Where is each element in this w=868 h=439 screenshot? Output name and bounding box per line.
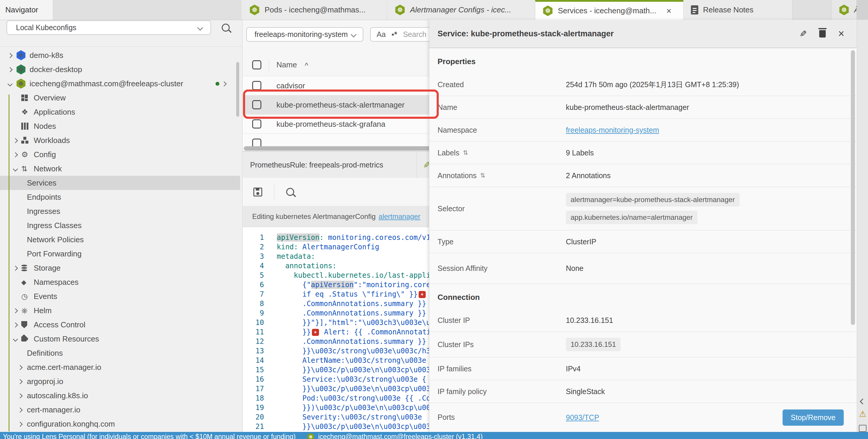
sidebar-item-network[interactable]: ⇅Network bbox=[0, 162, 240, 176]
delete-service-icon[interactable] bbox=[819, 30, 826, 37]
drawer-row-ip-family-policy: IP family policySingleStack bbox=[429, 380, 857, 403]
sidebar-item-namespaces[interactable]: ◆Namespaces bbox=[0, 275, 240, 289]
drawer-row-cluster-ips: Cluster IPs10.233.16.151 bbox=[429, 332, 857, 358]
name-column-header[interactable]: Name^ bbox=[276, 60, 308, 69]
sort-ascending-icon[interactable]: ^ bbox=[305, 62, 308, 69]
sidebar-item-custom-resources[interactable]: Custom Resources bbox=[0, 332, 240, 346]
chevron-down-icon[interactable] bbox=[8, 81, 13, 87]
code-text: }}"}],"html":"\u003ch3\u003e\u bbox=[277, 318, 430, 327]
chevron-down-icon[interactable] bbox=[13, 337, 18, 342]
code-text: if eq .Status \"firing\" }}✶ bbox=[277, 290, 427, 299]
chevron-right-icon[interactable] bbox=[18, 394, 23, 399]
chevron-right-icon[interactable] bbox=[18, 365, 23, 370]
sidebar-item-argoproj-io[interactable]: argoproj.io bbox=[0, 374, 240, 389]
save-icon[interactable] bbox=[253, 188, 262, 197]
sidebar-item-icecheng-mathmast-com-freeleaps-cluster[interactable]: ☸icecheng@mathmast.com@freeleaps-cluster bbox=[0, 76, 240, 91]
kubeconfig-selector[interactable]: Local Kubeconfigs bbox=[6, 21, 211, 35]
editing-info-link[interactable]: alertmanager bbox=[379, 212, 421, 221]
chevron-right-icon[interactable] bbox=[18, 379, 23, 384]
sidebar-item-acme-cert-manager-io[interactable]: acme.cert-manager.io bbox=[0, 360, 240, 374]
sidebar-item-storage[interactable]: Storage bbox=[0, 261, 240, 275]
chevron-right-icon[interactable] bbox=[8, 53, 13, 58]
drawer-row-name: Namekube-prometheus-stack-alertmanager bbox=[429, 96, 857, 119]
sidebar-item-applications[interactable]: ❖Applications bbox=[0, 105, 240, 119]
chevron-right-icon[interactable] bbox=[13, 153, 18, 158]
drawer-scrollbar[interactable] bbox=[851, 50, 855, 325]
chevron-right-icon[interactable] bbox=[13, 266, 18, 271]
chevron-right-icon[interactable] bbox=[13, 308, 18, 313]
sidebar-item-cert-manager-io[interactable]: cert-manager.io bbox=[0, 403, 240, 417]
sidebar-item-definitions[interactable]: Definitions bbox=[0, 346, 240, 360]
close-drawer-icon[interactable]: × bbox=[838, 28, 844, 39]
sidebar-item-ingress-classes[interactable]: Ingress Classes bbox=[0, 218, 240, 233]
editor-search-icon[interactable] bbox=[286, 188, 294, 196]
line-number: 15 bbox=[243, 365, 264, 375]
panel-box-icon[interactable] bbox=[859, 425, 867, 432]
tab-pods-icecheng-mathmas-[interactable]: ☸Pods - icecheng@mathmas... bbox=[242, 0, 387, 20]
regex-icon[interactable]: ▪* bbox=[392, 30, 397, 39]
sidebar-item-services[interactable]: Services bbox=[0, 176, 240, 190]
sidebar-item-autoscaling-k8s-io[interactable]: autoscaling.k8s.io bbox=[0, 389, 240, 403]
line-number: 20 bbox=[243, 412, 264, 422]
sidebar-item-docker-desktop[interactable]: ☸docker-desktop bbox=[0, 62, 240, 76]
kubernetes-icon: ☸ bbox=[395, 5, 405, 15]
stop-remove-button[interactable]: Stop/Remove bbox=[782, 409, 844, 426]
tab-services-icecheng-math-[interactable]: ☸Services - icecheng@math...× bbox=[535, 0, 684, 20]
config-gear-icon: ⚙ bbox=[21, 150, 28, 159]
sidebar-item-config[interactable]: ⚙Config bbox=[0, 147, 240, 162]
chevron-right-icon[interactable] bbox=[222, 81, 227, 87]
edit-service-icon[interactable]: ✎ bbox=[799, 29, 807, 39]
sidebar-item-port-forwarding[interactable]: Port Forwarding bbox=[0, 247, 240, 261]
row-checkbox[interactable] bbox=[252, 139, 261, 146]
kubernetes-icon: ☸ bbox=[839, 5, 849, 15]
chevron-right-icon[interactable] bbox=[8, 67, 13, 72]
chevron-right-icon[interactable] bbox=[18, 408, 23, 413]
sidebar-item-ingresses[interactable]: Ingresses bbox=[0, 204, 240, 218]
row-checkbox[interactable] bbox=[252, 120, 261, 129]
tab-label: Release Notes bbox=[703, 5, 753, 14]
sidebar-item-nodes[interactable]: Nodes bbox=[0, 119, 240, 133]
sort-toggle-icon[interactable]: ⇅ bbox=[463, 149, 468, 156]
namespace-selector[interactable]: freeleaps-monitoring-system bbox=[246, 27, 363, 42]
sidebar-item-events[interactable]: ◷Events bbox=[0, 289, 240, 303]
row-checkbox[interactable] bbox=[252, 81, 261, 90]
sort-toggle-icon[interactable]: ⇅ bbox=[480, 172, 486, 179]
drawer-row-label: Cluster IPs bbox=[438, 340, 566, 349]
chevron-right-icon[interactable] bbox=[18, 422, 23, 427]
sidebar-item-label: Definitions bbox=[27, 348, 63, 358]
sidebar-scrollbar[interactable] bbox=[236, 62, 239, 117]
chevron-right-icon[interactable] bbox=[13, 138, 18, 143]
line-number: 13 bbox=[243, 346, 264, 356]
port-link[interactable]: 9093/TCP bbox=[566, 413, 599, 422]
sidebar-item-label: Ingresses bbox=[27, 207, 60, 216]
alarm-emoji: ✶ bbox=[418, 291, 426, 298]
sidebar-item-demo-k8s[interactable]: ☸demo-k8s bbox=[0, 48, 240, 62]
match-case-icon[interactable]: Aa bbox=[377, 30, 386, 39]
chevron-left-icon[interactable] bbox=[860, 399, 866, 404]
tab-release-notes[interactable]: Release Notes bbox=[684, 0, 792, 20]
drawer-row-value: 254d 17h 50m ago (2025年1月13日 GMT+8 1:25:… bbox=[566, 80, 739, 90]
chevron-down-icon[interactable] bbox=[13, 167, 18, 172]
overview-icon bbox=[21, 95, 28, 101]
close-tab-icon[interactable]: × bbox=[666, 6, 672, 16]
sidebar-item-helm[interactable]: ⎈Helm bbox=[0, 303, 240, 317]
code-text: AlertName:\u003c/strong\u003e bbox=[277, 356, 426, 365]
sidebar-item-workloads[interactable]: Workloads bbox=[0, 133, 240, 147]
code-text: annotations: bbox=[277, 261, 336, 271]
sidebar-item-access-control[interactable]: Access Control bbox=[0, 317, 240, 332]
sidebar-item-endpoints[interactable]: Endpoints bbox=[0, 190, 240, 204]
select-all-checkbox[interactable] bbox=[252, 60, 261, 69]
tab-a[interactable]: ☸A bbox=[831, 0, 857, 20]
chevron-right-icon[interactable] bbox=[13, 323, 18, 328]
sidebar-item-overview[interactable]: Overview bbox=[0, 91, 240, 105]
tab-bar: Navigator ☸Pods - icecheng@mathmas...☸Al… bbox=[0, 0, 868, 20]
tab-alertmanager-configs-icec-[interactable]: ☸Alertmanager Configs - icec... bbox=[387, 0, 535, 20]
sidebar-item-configuration-konghq-com[interactable]: configuration.konghq.com bbox=[0, 417, 240, 431]
drawer-row-value: IPv4 bbox=[566, 365, 581, 373]
network-arrows-icon: ⇅ bbox=[21, 165, 28, 173]
sidebar-item-network-policies[interactable]: Network Policies bbox=[0, 233, 240, 247]
search-icon[interactable] bbox=[222, 24, 230, 32]
namespace-link[interactable]: freeleaps-monitoring-system bbox=[566, 126, 659, 134]
warning-icon[interactable]: ⚠ bbox=[859, 410, 866, 418]
drawer-row-label: Labels⇅ bbox=[438, 148, 566, 157]
